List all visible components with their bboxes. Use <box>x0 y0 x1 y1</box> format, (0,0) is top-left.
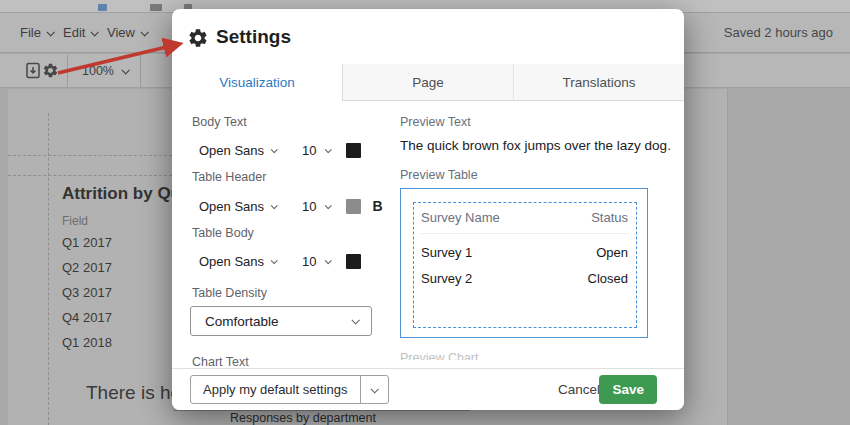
chevron-down-icon[interactable] <box>325 202 332 209</box>
preview-chart-label-clipped: Preview Chart <box>400 351 479 360</box>
table-body-font-select[interactable]: Open Sans <box>199 254 271 269</box>
apply-default-settings-split-button: Apply my default settings <box>190 375 389 404</box>
background-table-column-header: Field <box>62 214 88 228</box>
header-remnant-mark <box>98 4 107 11</box>
apply-default-settings-button[interactable]: Apply my default settings <box>191 376 360 403</box>
preview-table-inner: Survey Name Status Survey 1 Open Survey … <box>413 202 637 328</box>
table-body-color-swatch[interactable] <box>346 254 361 269</box>
background-partial-text: There is ho <box>86 382 181 404</box>
layout-guide-horizontal <box>8 155 172 156</box>
chevron-down-icon <box>121 66 129 74</box>
screen: File Edit View Saved 2 hours ago 100% <box>0 0 850 425</box>
menu-edit-label: Edit <box>63 25 85 40</box>
chevron-down-icon[interactable] <box>325 257 332 264</box>
gear-icon <box>42 62 59 79</box>
chevron-down-icon[interactable] <box>325 146 332 153</box>
body-text-size-select[interactable]: 10 <box>302 143 316 158</box>
tab-page[interactable]: Page <box>343 64 513 101</box>
settings-gear-button[interactable] <box>42 54 59 87</box>
background-widget-title: Attrition by Qu <box>62 184 181 204</box>
toolbar-divider <box>140 54 141 87</box>
menu-file[interactable]: File <box>20 13 53 52</box>
chevron-down-icon[interactable] <box>271 146 278 153</box>
toolbar-divider <box>67 54 68 87</box>
table-header-font-row: Open Sans 10 B <box>199 198 383 214</box>
bold-toggle[interactable]: B <box>372 198 382 214</box>
body-text-font-row: Open Sans 10 <box>199 143 361 158</box>
menu-edit[interactable]: Edit <box>63 13 97 52</box>
table-body-size-select[interactable]: 10 <box>302 254 316 269</box>
chevron-down-icon <box>140 28 148 36</box>
preview-table-row: Survey 2 Closed <box>421 271 628 286</box>
preview-table-label: Preview Table <box>400 168 478 182</box>
settings-gear-icon <box>187 27 209 53</box>
layout-guide-horizontal <box>8 175 172 176</box>
chevron-down-icon <box>370 385 378 393</box>
settings-tabbar: Visualization Page Translations <box>172 64 684 101</box>
preview-cell: Closed <box>588 271 628 286</box>
preview-col-survey-name: Survey Name <box>421 210 500 225</box>
menu-view[interactable]: View <box>107 13 147 52</box>
table-header-label: Table Header <box>192 170 266 184</box>
preview-text-label: Preview Text <box>400 115 471 129</box>
settings-dialog: Settings Visualization Page Translations… <box>172 9 684 410</box>
table-row: Q1 2017 <box>62 235 112 250</box>
preview-cell: Open <box>596 245 628 260</box>
cancel-button[interactable]: Cancel <box>558 369 600 410</box>
header-remnant-mark <box>150 4 162 11</box>
table-header-font-select[interactable]: Open Sans <box>199 199 271 214</box>
menu-file-label: File <box>20 25 41 40</box>
preview-table-row: Survey 1 Open <box>421 245 628 260</box>
tab-visualization[interactable]: Visualization <box>172 64 343 101</box>
table-row: Q2 2017 <box>62 260 112 275</box>
background-chart-caption: Responses by department <box>230 411 376 425</box>
zoom-level-control[interactable]: 100% <box>82 54 128 87</box>
table-row: Q1 2018 <box>62 335 112 350</box>
table-body-font-row: Open Sans 10 <box>199 254 361 269</box>
body-text-font-select[interactable]: Open Sans <box>199 143 271 158</box>
chevron-down-icon <box>46 28 54 36</box>
table-header-color-swatch[interactable] <box>346 199 361 214</box>
dialog-title: Settings <box>216 26 291 48</box>
document-download-icon <box>25 62 41 79</box>
dialog-footer: Apply my default settings Cancel Save <box>172 368 684 410</box>
table-body-label: Table Body <box>192 226 254 240</box>
export-document-button[interactable] <box>25 54 41 87</box>
preview-cell: Survey 1 <box>421 245 472 260</box>
table-density-label: Table Density <box>192 286 267 300</box>
preview-cell: Survey 2 <box>421 271 472 286</box>
table-density-select[interactable]: Comfortable <box>190 306 372 336</box>
table-row: Q4 2017 <box>62 310 112 325</box>
body-text-label: Body Text <box>192 115 247 129</box>
save-button[interactable]: Save <box>599 375 657 404</box>
chevron-down-icon[interactable] <box>271 202 278 209</box>
table-header-size-select[interactable]: 10 <box>302 199 316 214</box>
body-text-color-swatch[interactable] <box>346 143 361 158</box>
preview-col-status: Status <box>591 210 628 225</box>
chevron-down-icon <box>91 28 99 36</box>
zoom-level-value: 100% <box>82 64 114 78</box>
chart-text-label: Chart Text <box>192 355 249 369</box>
chevron-down-icon <box>351 316 359 324</box>
layout-guide-vertical <box>48 113 49 425</box>
saved-status: Saved 2 hours ago <box>724 13 833 52</box>
table-row: Q3 2017 <box>62 285 112 300</box>
table-density-value: Comfortable <box>205 314 279 329</box>
chevron-down-icon[interactable] <box>271 257 278 264</box>
tab-translations[interactable]: Translations <box>513 64 684 101</box>
menu-view-label: View <box>107 25 135 40</box>
preview-table: Survey Name Status Survey 1 Open Survey … <box>400 188 648 338</box>
preview-table-header-row: Survey Name Status <box>421 210 628 234</box>
apply-default-settings-dropdown[interactable] <box>360 376 388 403</box>
preview-sample-sentence: The quick brown fox jumps over the lazy … <box>400 138 671 153</box>
